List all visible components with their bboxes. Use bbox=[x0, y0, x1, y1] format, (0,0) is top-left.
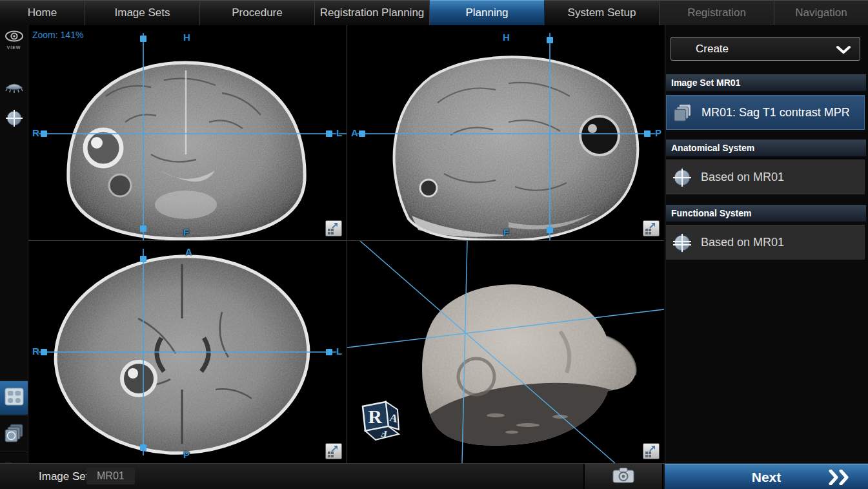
top-tab-bar: Home Image Sets Procedure Registration P… bbox=[0, 0, 868, 25]
view-label: VIEW bbox=[7, 45, 21, 50]
screenshot-button[interactable] bbox=[583, 464, 663, 489]
orientation-label-r: R bbox=[32, 127, 39, 138]
orientation-label-a: A bbox=[185, 246, 192, 257]
image-set-item-mr01[interactable]: MR01: Sag T1 contrast MPR bbox=[666, 95, 865, 130]
quad-layout-icon bbox=[5, 388, 24, 408]
chevron-down-icon bbox=[836, 45, 851, 57]
functional-system-item[interactable]: Based on MR01 bbox=[666, 225, 865, 260]
tab-navigation[interactable]: Navigation bbox=[774, 0, 868, 25]
tab-registration-planning[interactable]: Registration Planning bbox=[315, 0, 430, 25]
tab-home[interactable]: Home bbox=[0, 0, 85, 25]
tab-registration[interactable]: Registration bbox=[660, 0, 774, 25]
next-label: Next bbox=[752, 470, 782, 485]
viewport-grid: Zoom: 141% H R L F bbox=[28, 25, 664, 463]
sagittal-mr-slice bbox=[347, 25, 664, 240]
anatomical-system-label: Based on MR01 bbox=[701, 171, 784, 184]
orientation-label-a: A bbox=[351, 127, 358, 138]
orientation-label-p: P bbox=[655, 127, 661, 138]
orientation-label-f: F bbox=[183, 227, 189, 238]
viewport-axial[interactable]: A R L P bbox=[28, 241, 347, 463]
anatomical-system-item[interactable]: Based on MR01 bbox=[666, 160, 865, 194]
camera-icon bbox=[612, 467, 635, 486]
orientation-label-p: P bbox=[183, 449, 190, 460]
tab-image-sets[interactable]: Image Sets bbox=[85, 0, 200, 25]
eyelid-closed-icon bbox=[4, 81, 25, 98]
tab-system-setup[interactable]: System Setup bbox=[545, 0, 660, 25]
image-stack-icon bbox=[4, 422, 25, 446]
hide-crosshair-button[interactable] bbox=[0, 81, 28, 98]
viewport-sagittal[interactable]: H A P F bbox=[347, 25, 664, 240]
image-stack-button[interactable] bbox=[0, 418, 28, 450]
image-stack-icon bbox=[673, 103, 692, 122]
section-header-functional: Functional System bbox=[666, 205, 866, 222]
viewport-3d[interactable]: R A F bbox=[347, 241, 664, 463]
section-header-anatomical: Anatomical System bbox=[666, 140, 866, 156]
orientation-label-r: R bbox=[32, 346, 39, 357]
create-label: Create bbox=[696, 43, 729, 56]
bottom-bar: Image Set MR01 Next bbox=[0, 463, 868, 489]
sphere-crosshair-icon bbox=[672, 233, 692, 253]
image-set-value[interactable]: MR01 bbox=[86, 468, 135, 484]
layout-quad-button[interactable] bbox=[0, 381, 28, 415]
orientation-label-l: L bbox=[336, 127, 342, 138]
right-panel: Create Image Set MR01 MR01: Sag T1 contr… bbox=[665, 25, 868, 463]
image-set-label: Image Set bbox=[39, 470, 89, 483]
image-set-item-label: MR01: Sag T1 contrast MPR bbox=[701, 106, 850, 120]
orientation-label-h: H bbox=[183, 32, 190, 43]
orientation-cube[interactable]: R A F bbox=[358, 397, 401, 446]
expand-viewport-button[interactable] bbox=[325, 220, 342, 236]
expand-viewport-button[interactable] bbox=[643, 443, 660, 459]
functional-system-label: Based on MR01 bbox=[701, 236, 784, 249]
anatomical-sphere-button[interactable] bbox=[0, 109, 28, 130]
svg-text:R: R bbox=[368, 406, 382, 427]
orientation-label-h: H bbox=[503, 32, 510, 43]
expand-viewport-button[interactable] bbox=[643, 220, 660, 236]
double-chevron-right-icon bbox=[828, 470, 854, 488]
eye-icon bbox=[5, 30, 24, 45]
orientation-label-f: F bbox=[503, 227, 509, 238]
left-toolbar: VIEW bbox=[0, 25, 28, 463]
coronal-mr-slice bbox=[28, 25, 347, 240]
tab-planning[interactable]: Planning bbox=[430, 0, 545, 25]
sphere-crosshair-icon bbox=[5, 109, 23, 130]
view-eye-button[interactable]: VIEW bbox=[0, 30, 28, 50]
zoom-level-label: Zoom: 141% bbox=[32, 30, 83, 40]
expand-viewport-button[interactable] bbox=[325, 443, 342, 459]
section-header-image-set: Image Set MR01 bbox=[666, 74, 866, 91]
viewport-coronal[interactable]: Zoom: 141% H R L F bbox=[28, 25, 347, 240]
create-dropdown[interactable]: Create bbox=[671, 37, 860, 61]
sphere-crosshair-icon bbox=[672, 168, 692, 187]
next-button[interactable]: Next bbox=[665, 464, 868, 489]
tab-procedure[interactable]: Procedure bbox=[200, 0, 315, 25]
orientation-label-l: L bbox=[336, 346, 342, 357]
axial-mr-slice bbox=[28, 241, 347, 463]
